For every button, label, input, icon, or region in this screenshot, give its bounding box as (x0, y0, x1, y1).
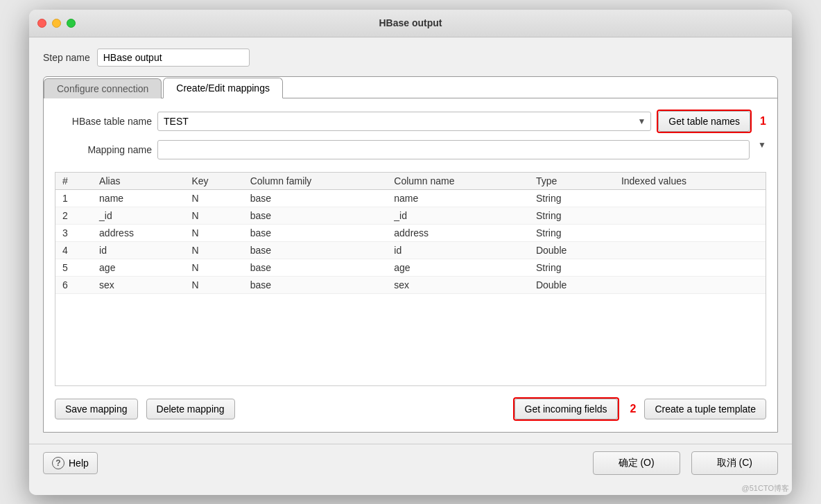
cell-3: base (243, 207, 388, 224)
cell-2: N (184, 241, 243, 259)
table-row[interactable]: 5ageNbaseageString (55, 259, 766, 276)
mappings-table: # Alias Key Column family Column name Ty… (55, 173, 766, 294)
mapping-name-label: Mapping name (55, 144, 152, 155)
table-row[interactable]: 3addressNbaseaddressString (55, 224, 766, 241)
cell-0: 5 (55, 259, 92, 276)
hbase-table-row: HBase table name TEST ▼ Get table names … (55, 110, 766, 133)
cell-5: String (529, 207, 614, 224)
cell-5: Double (529, 241, 614, 259)
watermark: @51CTO博客 (29, 482, 792, 495)
hbase-table-label: HBase table name (55, 116, 152, 127)
col-type: Type (529, 173, 614, 190)
cell-2: N (184, 207, 243, 224)
cell-1: address (92, 224, 184, 241)
mapping-name-input[interactable] (157, 140, 750, 159)
table-row[interactable]: 6sexNbasesexDouble (55, 276, 766, 293)
cell-6 (614, 241, 766, 259)
create-tuple-button[interactable]: Create a tuple template (644, 399, 766, 419)
get-table-names-button-wrapper: Get table names (657, 110, 752, 133)
cell-5: String (529, 189, 614, 207)
footer: ? Help 确定 (O) 取消 (C) (29, 444, 792, 482)
cell-3: base (243, 276, 388, 293)
traffic-lights (37, 19, 76, 28)
help-button[interactable]: ? Help (43, 452, 98, 474)
cell-6 (614, 224, 766, 241)
col-alias: Alias (92, 173, 184, 190)
get-incoming-fields-button[interactable]: Get incoming fields (515, 399, 618, 419)
col-indexed: Indexed values (614, 173, 766, 190)
cell-5: Double (529, 276, 614, 293)
cell-0: 2 (55, 207, 92, 224)
cell-6 (614, 276, 766, 293)
footer-action-buttons: 确定 (O) 取消 (C) (593, 451, 778, 475)
cell-6 (614, 207, 766, 224)
cell-3: base (243, 259, 388, 276)
cell-2: N (184, 259, 243, 276)
main-window: HBase output Step name Configure connect… (29, 10, 792, 495)
annotation-2: 2 (630, 403, 637, 415)
tabs-header: Configure connection Create/Edit mapping… (44, 77, 777, 98)
titlebar: HBase output (29, 10, 792, 37)
cell-3: base (243, 224, 388, 241)
maximize-button[interactable] (67, 19, 76, 28)
cell-2: N (184, 224, 243, 241)
help-label: Help (69, 458, 89, 469)
table-header-row: # Alias Key Column family Column name Ty… (55, 173, 766, 190)
cell-3: base (243, 189, 388, 207)
cell-4: id (387, 241, 529, 259)
col-key: Key (184, 173, 243, 190)
tab-configure[interactable]: Configure connection (44, 78, 162, 98)
cell-6 (614, 189, 766, 207)
table-row[interactable]: 4idNbaseidDouble (55, 241, 766, 259)
cell-1: id (92, 241, 184, 259)
cell-4: _id (387, 207, 529, 224)
tabs-container: Configure connection Create/Edit mapping… (43, 76, 778, 433)
cell-1: _id (92, 207, 184, 224)
get-table-names-button[interactable]: Get table names (658, 111, 750, 132)
close-button[interactable] (37, 19, 46, 28)
save-mapping-button[interactable]: Save mapping (55, 399, 138, 419)
cell-6 (614, 259, 766, 276)
cell-4: name (387, 189, 529, 207)
cell-4: age (387, 259, 529, 276)
window-title: HBase output (379, 17, 442, 28)
table-body: 1nameNbasenameString2_idNbase_idString3a… (55, 189, 766, 293)
help-icon: ? (52, 457, 64, 469)
cell-0: 6 (55, 276, 92, 293)
mappings-table-area: # Alias Key Column family Column name Ty… (55, 172, 766, 386)
annotation-1: 1 (760, 115, 766, 128)
tab-mappings[interactable]: Create/Edit mappings (163, 78, 283, 98)
cell-2: N (184, 189, 243, 207)
tab-content-mappings: HBase table name TEST ▼ Get table names … (44, 98, 777, 432)
confirm-button[interactable]: 确定 (O) (593, 451, 680, 475)
get-incoming-fields-wrapper: Get incoming fields (513, 397, 619, 421)
cell-1: age (92, 259, 184, 276)
hbase-table-select[interactable]: TEST (157, 112, 651, 131)
cell-0: 4 (55, 241, 92, 259)
cell-1: sex (92, 276, 184, 293)
cell-5: String (529, 224, 614, 241)
cell-1: name (92, 189, 184, 207)
delete-mapping-button[interactable]: Delete mapping (146, 399, 235, 419)
cell-4: address (387, 224, 529, 241)
col-num: # (55, 173, 92, 190)
cell-3: base (243, 241, 388, 259)
cell-4: sex (387, 276, 529, 293)
cell-5: String (529, 259, 614, 276)
cell-0: 3 (55, 224, 92, 241)
minimize-button[interactable] (52, 19, 61, 28)
table-row[interactable]: 2_idNbase_idString (55, 207, 766, 224)
table-row[interactable]: 1nameNbasenameString (55, 189, 766, 207)
main-content: Step name Configure connection Create/Ed… (29, 37, 792, 444)
cell-2: N (184, 276, 243, 293)
cancel-button[interactable]: 取消 (C) (691, 451, 778, 475)
step-name-row: Step name (43, 49, 778, 67)
col-family: Column family (243, 173, 388, 190)
col-colname: Column name (387, 173, 529, 190)
step-name-label: Step name (43, 52, 90, 63)
step-name-input[interactable] (97, 49, 250, 67)
mapping-dropdown-icon: ▼ (758, 140, 766, 150)
bottom-buttons: Save mapping Delete mapping Get incoming… (55, 397, 766, 421)
cell-0: 1 (55, 189, 92, 207)
hbase-table-select-wrapper: TEST ▼ (157, 112, 651, 131)
